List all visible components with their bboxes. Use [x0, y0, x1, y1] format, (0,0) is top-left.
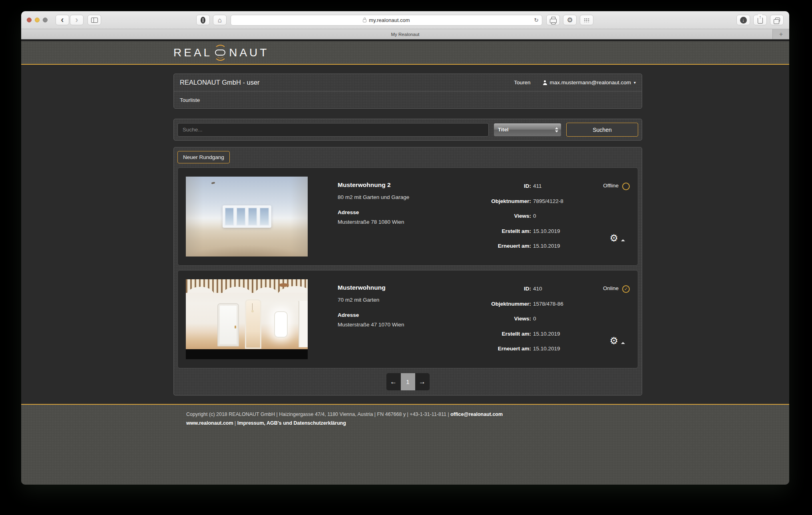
share-button[interactable] [753, 15, 767, 25]
footer-legal-links[interactable]: Impressum, AGB's und Datenschutzerklärun… [237, 420, 346, 426]
detail-label: Views: [491, 314, 531, 329]
detail-label: Erneuert am: [491, 241, 531, 257]
tour-card: Musterwohnung 70 m2 mit Garten Adresse M… [177, 270, 638, 368]
nav-touren-link[interactable]: Touren [514, 80, 530, 86]
tour-address: Musterstraße 78 1080 Wien [338, 219, 491, 225]
tabs-icon [775, 18, 780, 22]
minimize-button[interactable] [35, 18, 40, 22]
tour-address: Musterstraße 47 1070 Wien [338, 322, 491, 328]
detail-value: 7895/4122-8 [533, 197, 575, 212]
title-filter-select[interactable]: Titel [494, 123, 561, 137]
address-label: Adresse [338, 312, 491, 318]
account-panel: REALONAUT GmbH - user Touren max.musterm… [173, 74, 642, 109]
settings-button[interactable]: ⚙ [563, 15, 577, 25]
browser-window: ‹ › ⌂ my.realonaut.com ↻ ⚙ [21, 11, 789, 485]
detail-label: ID: [491, 284, 531, 299]
caret-up-icon [621, 239, 625, 241]
footer-website-link[interactable]: www.realonaut.com [186, 420, 233, 426]
detail-value: 15.10.2019 [533, 329, 575, 344]
print-button[interactable] [546, 15, 560, 25]
caret-up-icon [621, 342, 625, 344]
filter-selected-value: Titel [498, 127, 509, 133]
page-title: REALONAUT GmbH - user [180, 79, 260, 86]
logo-text-left: REAL [173, 46, 212, 59]
gear-icon[interactable]: ⚙ [609, 336, 618, 346]
footer-line-1: Copyright (c) 2018 REALONAUT GmbH | Haiz… [186, 410, 789, 419]
back-icon: ‹ [61, 16, 64, 24]
detail-value: 0 [533, 314, 575, 329]
fullscreen-button[interactable] [43, 18, 48, 22]
sidebar-icon [91, 18, 98, 23]
new-tour-button[interactable]: Neuer Rundgang [177, 151, 230, 163]
detail-label: Erneuert am: [491, 344, 531, 359]
detail-label: Erstellt am: [491, 227, 531, 242]
tour-card: Musterwohnung 2 80 m2 mit Garten und Gar… [177, 167, 638, 266]
copyright-text: Copyright (c) 2018 REALONAUT GmbH | Haiz… [186, 412, 450, 417]
address-label: Adresse [338, 209, 491, 215]
forward-icon: › [75, 16, 78, 24]
tour-title: Musterwohnung [338, 284, 491, 291]
chevron-down-icon[interactable]: ▾ [634, 80, 636, 85]
footer-email-link[interactable]: office@realonaut.com [450, 412, 503, 417]
tab-bar: My Realonaut + [21, 29, 789, 40]
current-page[interactable]: 1 [401, 373, 415, 390]
page-main: REALONAUT GmbH - user Touren max.musterm… [21, 65, 789, 404]
sidebar-toggle-button[interactable] [88, 15, 101, 25]
refresh-button[interactable]: ↻ [534, 17, 539, 23]
address-bar[interactable]: my.realonaut.com ↻ [231, 15, 542, 26]
tour-description: 70 m2 mit Garten [338, 297, 491, 303]
detail-value: 410 [533, 284, 575, 299]
share-icon [758, 18, 763, 24]
next-page-button[interactable]: → [415, 373, 430, 390]
page-viewport: REAL NAUT REALONAUT GmbH - user Touren m [21, 40, 789, 485]
forward-button[interactable]: › [70, 15, 84, 25]
lock-icon [363, 19, 366, 22]
logo-orbit-icon [213, 45, 228, 60]
user-menu[interactable]: max.mustermann@realonaut.com [549, 80, 631, 86]
online-check-icon[interactable]: ✓ [622, 285, 630, 293]
select-spinner-icon [555, 127, 558, 132]
new-tab-button[interactable]: + [772, 29, 789, 39]
search-input[interactable] [177, 123, 489, 137]
detail-label: Objektnummer: [491, 299, 531, 314]
downloads-button[interactable]: ↓ [736, 15, 750, 25]
detail-label: Objektnummer: [491, 197, 531, 212]
extensions-grid-button[interactable] [580, 15, 593, 25]
detail-value: 15.10.2019 [533, 241, 575, 257]
detail-value: 15.10.2019 [533, 344, 575, 359]
print-icon [550, 19, 557, 23]
home-button[interactable]: ⌂ [213, 15, 227, 25]
traffic-lights [27, 18, 48, 22]
breadcrumb: Tourliste [180, 97, 200, 103]
tour-settings-menu[interactable]: ⚙ [609, 233, 625, 243]
gear-icon: ⚙ [567, 17, 573, 24]
pagination: ← 1 → [386, 373, 430, 390]
offline-status-icon[interactable] [622, 183, 630, 190]
tour-title: Musterwohnung 2 [338, 181, 491, 189]
tour-details: ID: 410 Objektnummer: 1578/478-86 Views:… [491, 284, 575, 359]
privacy-extension-icon [201, 17, 205, 24]
download-icon: ↓ [740, 17, 747, 24]
detail-value: 1578/478-86 [533, 299, 575, 314]
detail-label: Erstellt am: [491, 329, 531, 344]
back-button[interactable]: ‹ [56, 15, 69, 25]
tour-description: 80 m2 mit Garten und Garage [338, 194, 491, 200]
tour-details: ID: 411 Objektnummer: 7895/4122-8 Views:… [491, 181, 575, 257]
tour-thumbnail-panorama[interactable] [186, 279, 308, 359]
close-button[interactable] [27, 18, 32, 22]
tour-settings-menu[interactable]: ⚙ [609, 336, 625, 346]
privacy-extension-button[interactable] [196, 15, 210, 25]
tabs-overview-button[interactable] [770, 15, 784, 25]
detail-label: Views: [491, 211, 531, 227]
detail-value: 411 [533, 181, 575, 197]
brand-header: REAL NAUT [21, 40, 789, 65]
prev-page-button[interactable]: ← [386, 373, 401, 390]
status-badge: Offline [603, 183, 619, 189]
active-tab[interactable]: My Realonaut [391, 32, 420, 37]
grid-icon [584, 18, 590, 22]
status-badge: Online [603, 285, 619, 291]
realonaut-logo: REAL NAUT [173, 45, 269, 60]
tour-thumbnail-panorama[interactable] [186, 177, 308, 257]
gear-icon[interactable]: ⚙ [609, 233, 618, 243]
search-button[interactable]: Suchen [566, 123, 638, 137]
